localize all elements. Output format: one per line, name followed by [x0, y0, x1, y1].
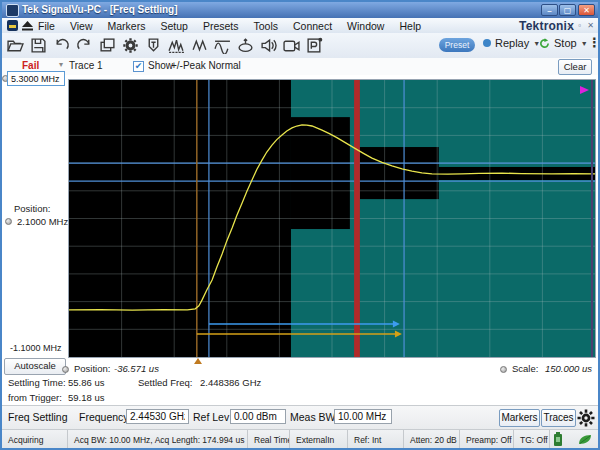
replay-label: Replay: [495, 37, 529, 49]
trace-icon[interactable]: [190, 36, 209, 55]
spectrum-icon[interactable]: [167, 36, 186, 55]
ref-lev-label: Ref Lev: [193, 411, 229, 423]
undo-icon[interactable]: [52, 36, 71, 55]
status-item-acq-bw: Acq BW: 10.00 MHz, Acq Length: 174.994 u…: [68, 430, 248, 449]
menu-item-file[interactable]: File: [38, 20, 55, 32]
trace-selector[interactable]: Trace 1: [69, 60, 103, 71]
pass-fail-status: Fail: [22, 60, 39, 71]
status-item-real-time: Real Time: [248, 430, 290, 449]
ref-lev-input[interactable]: [230, 409, 286, 424]
graph-area: 5.3000 MHz Position: 2.1000 MHz -1.1000 …: [2, 75, 598, 405]
from-trigger-value: 59.18 us: [68, 392, 104, 403]
maximize-button[interactable]: ▢: [559, 4, 576, 16]
marker-icon[interactable]: [144, 36, 163, 55]
displays-icon[interactable]: [98, 36, 117, 55]
show-checkbox[interactable]: ✔: [133, 61, 144, 72]
bottom-axis-value: -1.1000 MHz: [10, 343, 62, 353]
menu-item-help[interactable]: Help: [399, 20, 421, 32]
meas-bw-label: Meas BW: [290, 411, 336, 423]
h-position-value[interactable]: -36.571 us: [114, 363, 159, 374]
battery-icon: [553, 432, 563, 447]
menu-item-window[interactable]: Window: [347, 20, 384, 32]
h-scale-value[interactable]: 150.000 us: [545, 363, 592, 374]
frequency-input[interactable]: [126, 409, 189, 424]
measurement-mode-label: Freq Settling: [8, 411, 68, 423]
app-icon: [6, 4, 19, 17]
h-scale-label: Scale:: [512, 363, 538, 374]
horizontal-axis-row: Position: -36.571 us Scale: 150.000 us: [2, 363, 598, 376]
save-icon[interactable]: [29, 36, 48, 55]
trace-dropdown-icon[interactable]: ▾: [59, 60, 63, 69]
vertical-position-label: Position:: [14, 203, 50, 214]
measurement-control-bar: Freq Settling Frequency Ref Lev Meas BW …: [2, 405, 598, 430]
camera-icon[interactable]: [282, 36, 301, 55]
minimize-button[interactable]: –: [541, 4, 558, 16]
title-bar: Tek SignalVu-PC - [Freq Settling] – ▢ ✕: [2, 2, 598, 18]
settings-gear-icon[interactable]: [121, 36, 140, 55]
status-item-preamp: Preamp: Off: [460, 430, 514, 449]
settings-button-gear-icon[interactable]: [576, 408, 596, 428]
redo-icon[interactable]: [75, 36, 94, 55]
status-item-ref: Ref: Int: [348, 430, 404, 449]
from-trigger-label: from Trigger:: [8, 392, 62, 403]
frequency-label: Frequency: [79, 411, 129, 423]
settling-chart[interactable]: [69, 80, 595, 357]
tektronix-logo: Tektronix: [519, 19, 574, 33]
mdi-child-icon[interactable]: [7, 20, 18, 31]
mdi-window-buttons[interactable]: – ▫ ✕: [568, 21, 596, 30]
menu-item-presets[interactable]: Presets: [203, 20, 239, 32]
h-position-knob-icon[interactable]: [62, 366, 69, 373]
preset-plus-icon[interactable]: [305, 36, 324, 55]
h-scale-knob-icon[interactable]: [500, 366, 507, 373]
window-title: Tek SignalVu-PC - [Freq Settling]: [22, 2, 178, 18]
toolbar-overflow-icon[interactable]: ⋮: [588, 35, 600, 50]
toolbar: Preset Replay ▼ Stop ▼ ⋮: [2, 33, 598, 59]
settling-time-label: Settling Time:: [8, 377, 66, 388]
traces-button[interactable]: Traces: [541, 409, 576, 427]
status-item-acquiring: Acquiring: [2, 430, 68, 449]
stop-button[interactable]: Stop ▼: [539, 37, 588, 49]
waveform-icon[interactable]: [213, 36, 232, 55]
replay-button[interactable]: Replay ▼: [483, 37, 540, 49]
audio-icon[interactable]: [259, 36, 278, 55]
markers-button[interactable]: Markers: [499, 409, 540, 427]
detection-mode-label: +/-Peak Normal: [171, 60, 241, 71]
status-item-atten: Atten: 20 dB: [404, 430, 460, 449]
menu-item-tools[interactable]: Tools: [253, 20, 278, 32]
touch-icon[interactable]: [236, 36, 255, 55]
menu-items: FileViewMarkersSetupPresetsToolsConnectW…: [38, 18, 421, 33]
menu-bar: FileViewMarkersSetupPresetsToolsConnectW…: [2, 18, 598, 34]
settled-freq-value: 2.448386 GHz: [200, 377, 261, 388]
eject-icon[interactable]: [22, 21, 33, 31]
h-position-label: Position:: [74, 363, 110, 374]
open-icon[interactable]: [6, 36, 25, 55]
stop-label: Stop: [554, 37, 577, 49]
vertical-position-knob-icon[interactable]: [5, 218, 12, 225]
replay-icon: [483, 39, 491, 47]
vertical-position-value[interactable]: 2.1000 MHz: [17, 216, 68, 227]
menu-item-view[interactable]: View: [70, 20, 93, 32]
status-bar: AcquiringAcq BW: 10.00 MHz, Acq Length: …: [2, 429, 598, 449]
leaf-icon: [578, 434, 592, 445]
menu-item-setup[interactable]: Setup: [160, 20, 187, 32]
trace-settings-bar: Fail ▾ Trace 1 ✔ Show +/-Peak Normal Cle…: [2, 58, 598, 75]
stop-icon: [539, 38, 550, 49]
show-label: Show: [148, 60, 173, 71]
top-axis-value[interactable]: 5.3000 MHz: [7, 71, 65, 86]
close-button[interactable]: ✕: [578, 4, 595, 16]
stop-dropdown-icon[interactable]: ▼: [581, 40, 588, 47]
signalvu-window: Tek SignalVu-PC - [Freq Settling] – ▢ ✕ …: [0, 0, 600, 450]
settling-time-value: 55.86 us: [68, 377, 104, 388]
settled-freq-label: Settled Freq:: [138, 377, 192, 388]
meas-bw-input[interactable]: [334, 409, 392, 424]
clear-button[interactable]: Clear: [558, 59, 592, 75]
menu-item-markers[interactable]: Markers: [108, 20, 146, 32]
preset-button[interactable]: Preset: [439, 38, 475, 52]
status-item-externalin: ExternalIn: [290, 430, 348, 449]
status-item-tg: TG: Off: [514, 430, 550, 449]
menu-item-connect[interactable]: Connect: [293, 20, 332, 32]
settling-chart-container[interactable]: [69, 80, 595, 357]
